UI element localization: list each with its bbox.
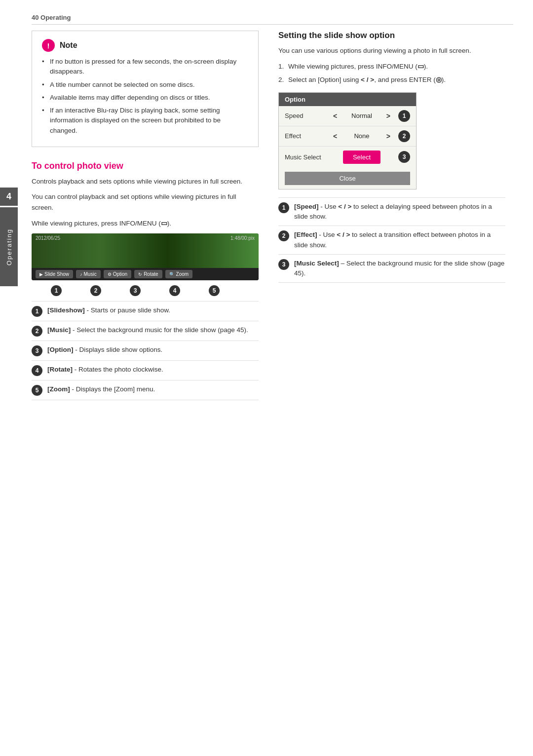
item-desc-5: 5 [Zoom] - Displays the [Zoom] menu. [32, 380, 259, 400]
right-item-1-label: [Speed] [294, 203, 319, 210]
viewer-time: 1:48/00:pix [230, 235, 255, 241]
step1-icon: ▭ [418, 63, 424, 70]
step-1-num: 1. [278, 61, 284, 72]
right-item-3-text: [Music Select] – Select the background m… [294, 259, 505, 279]
item-badge-4: 4 [32, 365, 42, 376]
music-icon: ♪ [80, 272, 82, 277]
left-section-para1: Controls playback and sets options while… [32, 176, 259, 187]
item-3-text: [Option] - Displays slide show options. [47, 345, 162, 355]
step2-enter: ◎ [436, 76, 442, 83]
item-badge-1: 1 [32, 306, 42, 317]
step2-suffix: ). [442, 76, 446, 83]
speed-nav: < Normal > [333, 112, 390, 120]
item-desc-1: 1 [Slideshow] - Starts or pause slide sh… [32, 301, 259, 321]
right-item-2-label: [Effect] [294, 231, 317, 238]
badge-2: 2 [90, 285, 101, 296]
item-desc-2: 2 [Music] - Select the background music … [32, 321, 259, 340]
right-item-2-arrows: < / > [337, 231, 350, 238]
slideshow-icon: ▶ [39, 272, 43, 277]
badge-5-container: 5 [194, 285, 234, 296]
effect-right-arrow[interactable]: > [386, 132, 390, 140]
toolbar-rotate[interactable]: ↻ Rotate [134, 270, 162, 278]
zoom-label: Zoom [176, 271, 189, 277]
item-3-label: [Option] [47, 346, 73, 353]
speed-badge: 1 [398, 110, 410, 122]
item-2-desc: - Select the background music for the sl… [71, 326, 248, 334]
note-box: ! Note If no button is pressed for a few… [32, 31, 259, 147]
note-item-1: If no button is pressed for a few second… [42, 57, 248, 77]
badge-4: 4 [169, 285, 180, 296]
right-item-2-text: [Effect] - Use < / > to select a transit… [294, 230, 505, 250]
chapter-label: Operating [0, 207, 18, 286]
right-section-heading: Setting the slide show option [278, 31, 505, 40]
item-desc-4: 4 [Rotate] - Rotates the photo clockwise… [32, 360, 259, 380]
item-1-text: [Slideshow] - Starts or pause slide show… [47, 305, 170, 315]
viewer-image: 2012/06/25 1:48/00:pix [32, 233, 259, 268]
effect-left-arrow[interactable]: < [333, 132, 337, 140]
right-item-desc-2: 2 [Effect] - Use < / > to select a trans… [278, 226, 505, 254]
effect-label: Effect [285, 132, 329, 140]
step-1: 1. While viewing pictures, press INFO/ME… [278, 61, 505, 72]
badge-3-container: 3 [115, 285, 155, 296]
step2-mid: , and press ENTER ( [374, 76, 436, 83]
right-section-intro: You can use various options during viewi… [278, 45, 505, 56]
side-tab: 4 Operating [0, 0, 18, 756]
music-select-badge: 3 [398, 151, 410, 163]
speed-left-arrow[interactable]: < [333, 112, 337, 120]
note-item-2: A title number cannot be selected on som… [42, 80, 248, 90]
speed-right-arrow[interactable]: > [386, 112, 390, 120]
viewer-toolbar: ▶ Slide Show ♪ Music ⚙ Option ↻ [32, 268, 259, 280]
right-item-1-desc-prefix: - Use [320, 203, 338, 210]
music-label: Music [84, 271, 97, 277]
close-button[interactable]: Close [285, 172, 410, 185]
badge-3: 3 [130, 285, 141, 296]
item-5-label: [Zoom] [47, 385, 70, 393]
para3-prefix: While viewing pictures, press INFO/MENU … [32, 220, 161, 227]
note-item-3: Available items may differ depending on … [42, 93, 248, 103]
item-2-label: [Music] [47, 326, 71, 334]
effect-value: None [341, 132, 382, 140]
item-4-desc: - Rotates the photo clockwise. [73, 366, 163, 373]
item-2-text: [Music] - Select the background music fo… [47, 325, 248, 335]
effect-nav: < None > [333, 132, 390, 140]
badge-5: 5 [209, 285, 220, 296]
item-1-label: [Slideshow] [47, 306, 85, 314]
toolbar-option[interactable]: ⚙ Option [104, 270, 131, 278]
main-content: 40 Operating ! Note If no button is pres… [18, 0, 533, 756]
note-header: ! Note [42, 39, 248, 52]
item-1-desc: - Starts or pause slide show. [85, 306, 170, 314]
slideshow-label: Slide Show [44, 271, 69, 277]
toolbar-zoom[interactable]: 🔍 Zoom [165, 270, 193, 278]
step1-prefix: While viewing pictures, press INFO/MENU … [288, 63, 418, 70]
step-2-num: 2. [278, 75, 284, 85]
right-column: Setting the slide show option You can us… [278, 31, 505, 400]
step1-suffix: ). [424, 63, 428, 70]
right-item-badge-3: 3 [278, 259, 289, 270]
left-section-para3: While viewing pictures, press INFO/MENU … [32, 218, 259, 229]
step-2: 2. Select an [Option] using < / >, and p… [278, 75, 505, 85]
right-item-3-dash: – [341, 260, 345, 267]
toolbar-slideshow[interactable]: ▶ Slide Show [36, 270, 73, 278]
badge-1-container: 1 [37, 285, 76, 296]
music-select-nav: Select [333, 151, 390, 164]
photo-viewer: 2012/06/25 1:48/00:pix ▶ Slide Show ♪ Mu… [32, 233, 259, 280]
left-column: ! Note If no button is pressed for a few… [32, 31, 259, 400]
option-label: Option [113, 271, 127, 277]
dialog-effect-row: Effect < None > 2 [279, 126, 416, 147]
info-menu-icon: ▭ [161, 220, 167, 227]
left-section-para2: You can control playback and set options… [32, 191, 259, 213]
item-badge-3: 3 [32, 345, 42, 356]
step-1-text: While viewing pictures, press INFO/MENU … [288, 63, 428, 70]
effect-badge: 2 [398, 130, 410, 142]
zoom-icon: 🔍 [169, 272, 175, 277]
item-badge-5: 5 [32, 385, 42, 396]
select-button[interactable]: Select [343, 151, 381, 164]
toolbar-music[interactable]: ♪ Music [76, 270, 101, 278]
item-badge-2: 2 [32, 326, 42, 337]
right-item-badge-1: 1 [278, 202, 289, 213]
rotate-icon: ↻ [138, 272, 142, 277]
two-column-layout: ! Note If no button is pressed for a few… [32, 31, 513, 400]
note-list: If no button is pressed for a few second… [42, 57, 248, 136]
item-5-text: [Zoom] - Displays the [Zoom] menu. [47, 384, 155, 394]
step2-arrows: < / > [361, 76, 374, 83]
